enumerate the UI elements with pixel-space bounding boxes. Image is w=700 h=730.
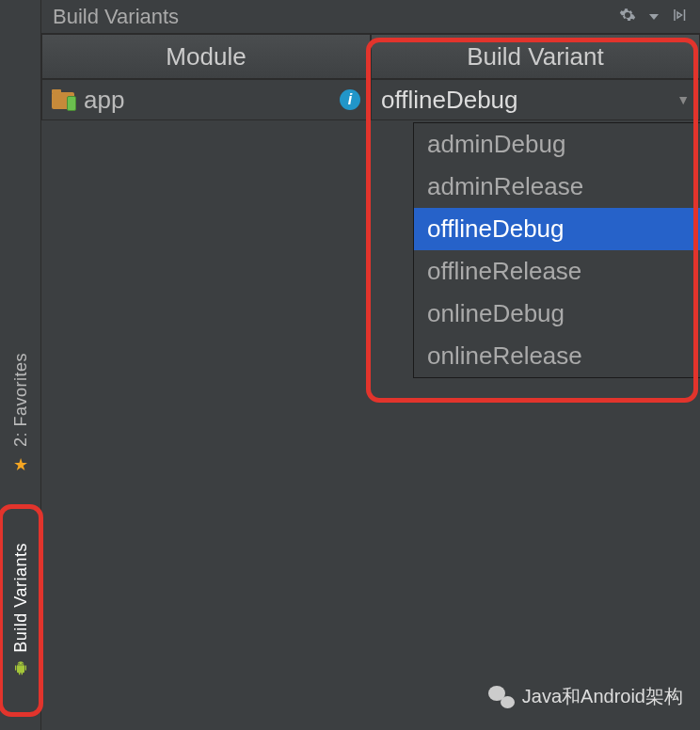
variant-selector[interactable]: offlineDebug ▼ [371,79,700,120]
info-icon[interactable]: i [340,89,360,110]
table-header-row: Module Build Variant [41,34,700,79]
dropdown-item[interactable]: offlineRelease [414,250,700,293]
android-icon [13,660,28,675]
gear-icon[interactable] [619,7,636,27]
chevron-down-icon[interactable] [649,14,659,20]
panel-header: Build Variants [41,0,700,34]
module-cell: app i [41,79,371,120]
build-variants-panel: Build Variants Module Build Variant app … [41,0,700,730]
module-name: app [84,86,124,115]
column-header-module: Module [41,34,371,79]
dropdown-item[interactable]: onlineDebug [414,293,700,335]
dropdown-item[interactable]: offlineDebug [414,208,700,250]
dropdown-item[interactable]: onlineRelease [414,335,700,377]
sidebar-tab-favorites[interactable]: ★ 2: Favorites [0,329,41,499]
header-actions [619,7,689,27]
column-header-variant: Build Variant [371,34,700,79]
table-row: app i offlineDebug ▼ [41,79,700,120]
wechat-icon [488,686,515,708]
dropdown-item[interactable]: adminDebug [414,123,700,166]
watermark: Java和Android架构 [488,684,683,709]
hide-icon[interactable] [672,7,689,27]
star-icon: ★ [13,454,28,475]
build-variants-label: Build Variants [11,543,31,653]
sidebar-tab-build-variants[interactable]: Build Variants [0,508,41,710]
selected-variant-label: offlineDebug [381,86,518,115]
panel-title: Build Variants [53,5,610,29]
dropdown-item[interactable]: adminRelease [414,166,700,208]
module-folder-icon [52,90,74,109]
favorites-label: 2: Favorites [11,353,31,447]
variant-dropdown-list: adminDebugadminReleaseofflineDebugofflin… [413,122,700,378]
watermark-text: Java和Android架构 [522,684,683,709]
dropdown-arrow-icon: ▼ [676,92,690,107]
tool-window-sidebar: ★ 2: Favorites Build Variants [0,0,41,730]
